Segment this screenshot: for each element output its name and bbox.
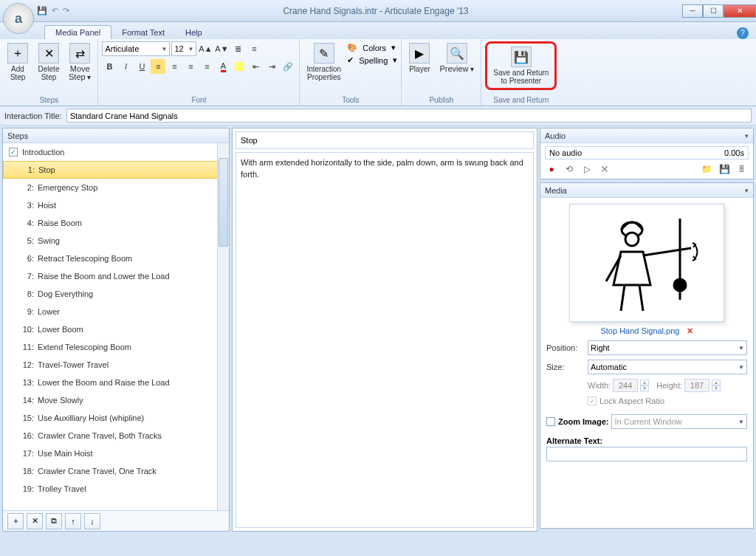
group-tools-label: Tools: [303, 95, 397, 106]
size-combo[interactable]: Automatic▼: [588, 360, 747, 374]
delete-audio-button[interactable]: ✕: [598, 162, 611, 176]
minimize-button[interactable]: ─: [682, 4, 703, 18]
intro-checkbox[interactable]: ✓: [9, 148, 18, 157]
increase-indent-button[interactable]: ⇥: [264, 59, 279, 74]
step-item[interactable]: 8:Dog Everything: [3, 285, 229, 303]
rewind-button[interactable]: ⟲: [563, 162, 576, 176]
italic-button[interactable]: I: [118, 59, 133, 74]
grow-font-button[interactable]: A▲: [198, 41, 213, 56]
move-down-footer-button[interactable]: ↓: [84, 513, 100, 529]
size-label: Size:: [546, 363, 583, 371]
steps-scrollbar[interactable]: [217, 143, 229, 510]
step-item[interactable]: 6:Retract Telescoping Boom: [3, 250, 229, 267]
steps-footer: ＋ ✕ ⧉ ↑ ↓: [3, 510, 229, 531]
step-introduction[interactable]: ✓ Introduction: [3, 143, 229, 161]
numbering-button[interactable]: ≡: [247, 41, 261, 56]
tab-format-text[interactable]: Format Text: [111, 26, 175, 39]
zoom-image-checkbox[interactable]: [546, 417, 555, 426]
hyperlink-button[interactable]: 🔗: [281, 59, 295, 74]
record-button[interactable]: ●: [545, 162, 558, 176]
properties-icon: ✎: [314, 43, 334, 64]
step-item[interactable]: 12:Travel-Tower Travel: [3, 356, 229, 374]
help-icon[interactable]: ?: [737, 27, 749, 39]
audio-collapse-icon[interactable]: ▾: [745, 132, 749, 140]
group-steps-label: Steps: [4, 95, 94, 106]
window-title: Crane Hand Signals.intr - Articulate Eng…: [69, 6, 682, 16]
font-size-combo[interactable]: 12▼: [171, 41, 196, 56]
align-left-button[interactable]: ≡: [151, 59, 165, 74]
alt-text-input[interactable]: [546, 447, 747, 461]
align-center-button[interactable]: ≡: [167, 59, 182, 74]
step-item[interactable]: 18:Crawler Crane Travel, One Track: [3, 462, 229, 480]
step-item[interactable]: 11:Extend Telescoping Boom: [3, 338, 229, 356]
step-item[interactable]: 2:Emergency Stop: [3, 179, 229, 196]
audio-editor-button[interactable]: 🎚: [735, 162, 749, 176]
lock-aspect-label: Lock Aspect Ratio: [599, 397, 664, 405]
audio-time: 0.00s: [724, 148, 744, 157]
interaction-title-label: Interaction Title:: [4, 111, 62, 120]
step-item[interactable]: 16:Crawler Crane Travel, Both Tracks: [3, 427, 229, 445]
remove-media-button[interactable]: ✕: [687, 326, 693, 335]
audio-status: No audio: [549, 148, 582, 157]
bold-button[interactable]: B: [102, 59, 117, 74]
align-right-button[interactable]: ≡: [183, 59, 198, 74]
media-collapse-icon[interactable]: ▾: [745, 187, 749, 194]
zoom-combo: In Current Window▼: [611, 414, 747, 429]
interaction-properties-button[interactable]: ✎Interaction Properties: [303, 41, 344, 83]
step-item[interactable]: 14:Move Slowly: [3, 391, 229, 409]
zoom-label: Zoom Image:: [558, 417, 608, 426]
move-up-footer-button[interactable]: ↑: [65, 513, 81, 529]
interaction-title-input[interactable]: [66, 109, 752, 123]
step-item[interactable]: 17:Use Main Hoist: [3, 445, 229, 462]
tab-help[interactable]: Help: [175, 26, 213, 39]
media-thumbnail[interactable]: [569, 204, 724, 322]
add-step-button[interactable]: ＋Add Step: [4, 41, 32, 83]
delete-step-footer-button[interactable]: ✕: [27, 513, 43, 529]
step-item[interactable]: 1:Stop: [3, 161, 229, 179]
colors-button[interactable]: 🎨 Colors ▾: [347, 43, 397, 52]
import-audio-button[interactable]: 📁: [700, 162, 713, 176]
highlight-button[interactable]: [232, 59, 247, 74]
step-item[interactable]: 15:Use Auxilliary Hoist (whipline): [3, 409, 229, 427]
preview-button[interactable]: 🔍Preview ▾: [436, 41, 477, 75]
app-menu-button[interactable]: a: [3, 3, 34, 34]
colors-icon: 🎨: [347, 43, 357, 52]
steps-header: Steps: [7, 131, 28, 140]
undo-icon[interactable]: ↶: [52, 6, 58, 16]
step-item[interactable]: 3:Hoist: [3, 196, 229, 214]
step-item[interactable]: 13:Lower the Boom and Raise the Load: [3, 374, 229, 391]
audio-header: Audio: [545, 131, 566, 140]
new-step-footer-button[interactable]: ＋: [7, 513, 24, 529]
maximize-button[interactable]: ☐: [703, 4, 724, 18]
font-color-button[interactable]: A: [216, 59, 230, 74]
step-item[interactable]: 9:Lower: [3, 303, 229, 320]
step-item[interactable]: 10:Lower Boom: [3, 320, 229, 338]
font-family-combo[interactable]: Articulate▼: [102, 41, 170, 56]
step-item[interactable]: 7:Raise the Boom and Lower the Load: [3, 267, 229, 285]
delete-step-button[interactable]: ✕Delete Step: [35, 41, 63, 83]
align-justify-button[interactable]: ≡: [199, 59, 214, 74]
duplicate-step-footer-button[interactable]: ⧉: [46, 513, 62, 529]
decrease-indent-button[interactable]: ⇤: [248, 59, 263, 74]
play-button[interactable]: ▷: [580, 162, 594, 176]
move-step-button[interactable]: ⇄Move Step ▾: [66, 41, 94, 83]
tab-media-panel[interactable]: Media Panel: [44, 25, 111, 39]
bullets-button[interactable]: ≣: [230, 41, 245, 56]
save-and-return-button[interactable]: 💾 Save and Return to Presenter: [485, 41, 557, 90]
preview-icon: 🔍: [447, 43, 467, 64]
player-button[interactable]: ▶Player: [405, 41, 433, 75]
step-item[interactable]: 19:Trolley Travel: [3, 480, 229, 498]
step-item[interactable]: 4:Raise Boom: [3, 214, 229, 232]
underline-button[interactable]: U: [134, 59, 149, 74]
media-filename[interactable]: Stop Hand Signal.png: [600, 326, 679, 335]
step-title-input[interactable]: Stop: [236, 131, 534, 149]
export-audio-button[interactable]: 💾: [718, 162, 731, 176]
close-button[interactable]: ✕: [724, 4, 756, 18]
step-body-editor[interactable]: With arm extended horizontally to the si…: [236, 152, 534, 528]
redo-icon[interactable]: ↷: [63, 6, 69, 16]
step-item[interactable]: 5:Swing: [3, 232, 229, 250]
position-combo[interactable]: Right▼: [588, 340, 747, 355]
save-icon[interactable]: 💾: [37, 6, 47, 16]
shrink-font-button[interactable]: A▼: [214, 41, 229, 56]
spelling-button[interactable]: ✔ Spelling ▾: [347, 55, 397, 65]
